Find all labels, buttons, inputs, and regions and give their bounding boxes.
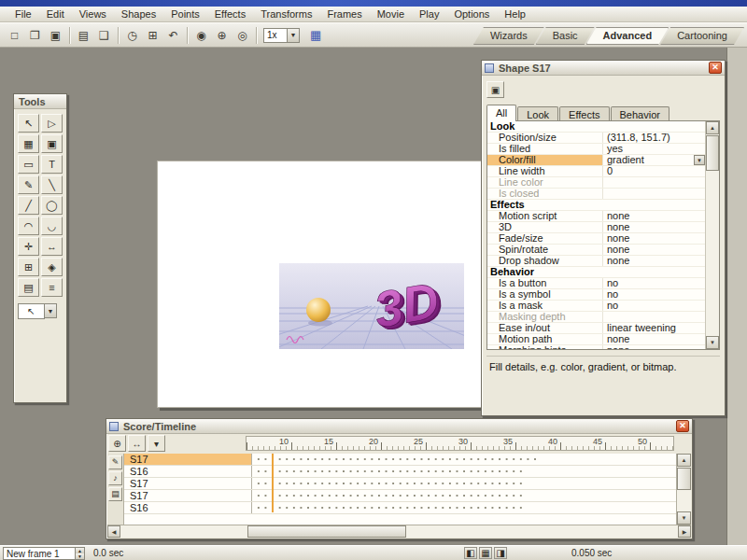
- frames-track[interactable]: [252, 502, 676, 513]
- property-row-color-fill[interactable]: Color/fillgradient▼: [487, 155, 705, 166]
- property-row-is-a-button[interactable]: Is a buttonno: [487, 278, 705, 289]
- tool-mode-dropdown-icon[interactable]: ▼: [45, 303, 57, 318]
- arrange-tool[interactable]: ≡: [41, 278, 63, 297]
- menu-help[interactable]: Help: [497, 7, 533, 21]
- history-button[interactable]: ◷: [122, 26, 142, 45]
- undo-button[interactable]: ↶: [163, 26, 183, 45]
- menu-shapes[interactable]: Shapes: [114, 7, 163, 21]
- playhead[interactable]: [272, 454, 274, 512]
- scroll-down-icon[interactable]: ▼: [677, 511, 691, 525]
- frames-track[interactable]: [252, 490, 676, 501]
- tab-basic[interactable]: Basic: [536, 27, 595, 45]
- property-row-position-size[interactable]: Position/size(311.8, 151.7): [487, 133, 705, 144]
- insert-frame-tool[interactable]: ⊞: [18, 258, 39, 276]
- tool-mode-dropdown[interactable]: ↖ ▼: [18, 303, 57, 319]
- scroll-right-icon[interactable]: ▶: [678, 525, 691, 538]
- scroll-left-icon[interactable]: ◀: [107, 525, 120, 538]
- property-row-motion-path[interactable]: Motion pathnone: [487, 334, 705, 345]
- zoom-dropdown-icon[interactable]: ▼: [288, 28, 300, 43]
- pen-tool[interactable]: ✎: [18, 175, 39, 194]
- menu-transforms[interactable]: Transforms: [253, 7, 319, 21]
- options-dropdown-button[interactable]: ▾: [148, 435, 165, 452]
- timeline-row-s17-2[interactable]: S17: [124, 478, 676, 490]
- timeline-row-s17-3[interactable]: S17: [124, 490, 676, 502]
- property-row-motion-script[interactable]: Motion scriptnone: [487, 211, 705, 222]
- move-points-tool[interactable]: ✛: [18, 237, 39, 256]
- shape-tab-effects[interactable]: Effects: [559, 106, 609, 121]
- window-titlebar[interactable]: [0, 0, 747, 7]
- zoom-combo[interactable]: 1x ▼: [263, 28, 300, 43]
- frame-selector[interactable]: New frame 1 ▲▼: [3, 547, 85, 560]
- menu-effects[interactable]: Effects: [207, 7, 253, 21]
- scroll-thumb[interactable]: [677, 468, 691, 490]
- frames-track[interactable]: [252, 454, 676, 465]
- property-row-morphing-hints[interactable]: Morphing hintsnone: [487, 345, 705, 349]
- stage-canvas[interactable]: 3D 3D 3D 3D: [157, 161, 482, 408]
- mask-tool[interactable]: ▤: [18, 278, 39, 297]
- timeline-row-s17-0[interactable]: S17: [124, 454, 676, 466]
- layers-button[interactable]: ▤: [108, 487, 122, 501]
- frames-track[interactable]: [252, 466, 676, 477]
- property-row-effects[interactable]: Effects: [487, 200, 705, 211]
- movie-button[interactable]: ▦: [309, 27, 322, 43]
- tab-advanced[interactable]: Advanced: [586, 27, 669, 45]
- property-row-is-filled[interactable]: Is filledyes: [487, 144, 705, 155]
- line-tool[interactable]: ╱: [18, 196, 39, 215]
- menu-edit[interactable]: Edit: [39, 7, 72, 21]
- frames-track[interactable]: [252, 478, 676, 489]
- shape-panel-close-icon[interactable]: ✕: [709, 62, 722, 74]
- menu-options[interactable]: Options: [446, 7, 497, 21]
- zoom-in-button[interactable]: ⊕: [212, 26, 232, 45]
- property-row-line-width[interactable]: Line width0: [487, 166, 705, 177]
- property-row-is-closed[interactable]: Is closed: [487, 189, 705, 200]
- timeline-close-icon[interactable]: ✕: [676, 420, 689, 432]
- rectangle-tool[interactable]: ▭: [18, 155, 39, 174]
- print-button[interactable]: ▤: [74, 26, 93, 45]
- copy-button[interactable]: ❑: [94, 26, 114, 45]
- symbol-tree-button[interactable]: ⊞: [143, 26, 162, 45]
- scroll-thumb[interactable]: [247, 525, 406, 538]
- property-row-is-a-mask[interactable]: Is a maskno: [487, 301, 705, 312]
- insert-frames-button[interactable]: ⊕: [108, 435, 126, 452]
- property-row-fade-size[interactable]: Fade/sizenone: [487, 233, 705, 245]
- shape-tab-all[interactable]: All: [486, 105, 516, 121]
- color-tool[interactable]: ◈: [41, 258, 63, 276]
- save-button[interactable]: ▣: [46, 26, 65, 45]
- new-button[interactable]: □: [5, 26, 24, 45]
- status-tool-button-1[interactable]: ◧: [464, 547, 477, 559]
- flip-tool[interactable]: ↔: [41, 237, 63, 256]
- property-row-spin-rotate[interactable]: Spin/rotatenone: [487, 245, 705, 256]
- menu-play[interactable]: Play: [412, 7, 446, 21]
- scroll-up-icon[interactable]: ▲: [677, 454, 691, 467]
- value-dropdown-icon[interactable]: ▼: [694, 155, 705, 165]
- snapshot-button[interactable]: ◉: [191, 26, 211, 45]
- property-row-ease-in-out[interactable]: Ease in/outlinear tweening: [487, 323, 705, 334]
- menu-frames[interactable]: Frames: [319, 7, 369, 21]
- timeline-horizontal-scrollbar[interactable]: ◀ ▶: [107, 525, 691, 538]
- shape-tab-look[interactable]: Look: [517, 106, 558, 121]
- open-button[interactable]: ❐: [25, 26, 45, 45]
- shape-library-tool[interactable]: ▦: [18, 134, 39, 153]
- tab-wizards[interactable]: Wizards: [473, 27, 544, 45]
- menu-movie[interactable]: Movie: [370, 7, 412, 21]
- timeline-row-s16-4[interactable]: S16: [124, 502, 676, 514]
- magnifier-button[interactable]: ◎: [233, 26, 252, 45]
- frame-ruler[interactable]: 101520253035404550: [246, 436, 674, 451]
- property-row-line-color[interactable]: Line color: [487, 177, 705, 189]
- status-tool-button-2[interactable]: ▦: [479, 547, 492, 559]
- sound-button[interactable]: ♪: [108, 471, 122, 485]
- stage-image-3d[interactable]: 3D 3D 3D 3D: [279, 263, 464, 349]
- curve-tool[interactable]: ◡: [41, 217, 63, 235]
- tab-cartooning[interactable]: Cartooning: [660, 27, 744, 45]
- property-row-3d[interactable]: 3Dnone: [487, 222, 705, 233]
- brush-tool[interactable]: ╲: [41, 175, 63, 194]
- scroll-up-icon[interactable]: ▲: [706, 121, 719, 134]
- property-row-behavior[interactable]: Behavior: [487, 267, 705, 278]
- select-tool[interactable]: ↖: [18, 114, 39, 133]
- frame-spinner[interactable]: ▲▼: [75, 548, 84, 559]
- shape-panel-titlebar[interactable]: Shape S17 ✕: [482, 61, 725, 76]
- property-row-look[interactable]: Look: [487, 121, 705, 133]
- property-row-masking-depth[interactable]: Masking depth: [487, 312, 705, 323]
- tools-palette-titlebar[interactable]: Tools: [14, 94, 66, 109]
- property-grid-scrollbar[interactable]: ▲ ▼: [705, 121, 719, 349]
